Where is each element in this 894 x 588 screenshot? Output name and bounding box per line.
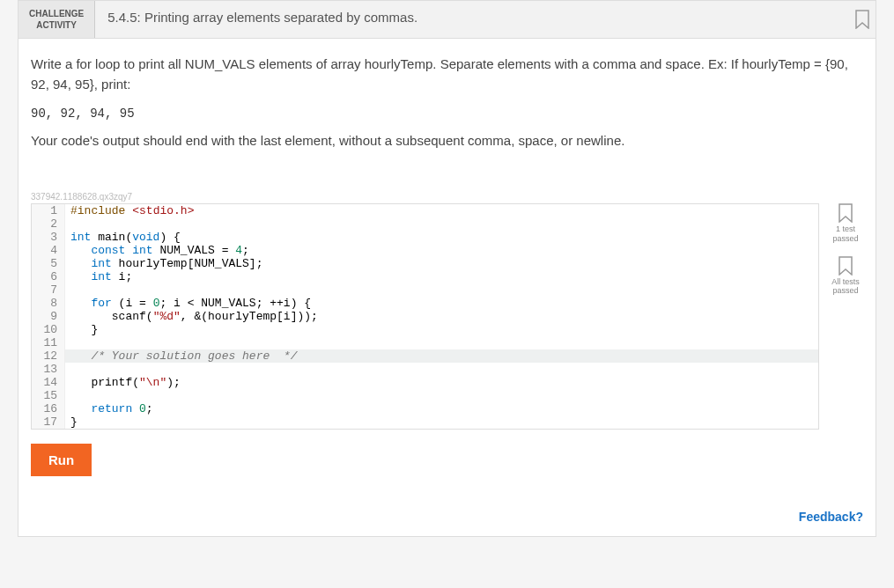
code-line[interactable]: 9 scanf("%d", &(hourlyTemp[i])); bbox=[32, 310, 818, 323]
code-line[interactable]: 2 bbox=[32, 217, 818, 231]
code-line[interactable]: 17} bbox=[32, 415, 818, 429]
line-number: 11 bbox=[32, 336, 65, 349]
code-line[interactable]: 1#include <stdio.h> bbox=[32, 204, 818, 217]
line-number: 5 bbox=[32, 257, 65, 270]
bookmark-icon[interactable] bbox=[849, 1, 876, 38]
code-text[interactable]: } bbox=[65, 323, 818, 336]
card-header: CHALLENGE ACTIVITY 5.4.5: Printing array… bbox=[18, 1, 876, 39]
one-test-passed: 1 test passed bbox=[828, 203, 863, 244]
all-tests-passed: All tests passed bbox=[828, 256, 863, 297]
line-number: 12 bbox=[32, 349, 65, 363]
code-text[interactable] bbox=[65, 217, 818, 231]
code-line[interactable]: 3int main(void) { bbox=[32, 231, 818, 244]
line-number: 3 bbox=[32, 231, 65, 244]
test-status-side: 1 test passed All tests passed bbox=[819, 203, 863, 430]
test1-line2: passed bbox=[828, 234, 863, 244]
prompt-text-2: Your code's output should end with the l… bbox=[31, 133, 863, 148]
code-line[interactable]: 14 printf("\n"); bbox=[32, 376, 818, 389]
code-text[interactable]: const int NUM_VALS = 4; bbox=[65, 244, 818, 257]
line-number: 16 bbox=[32, 402, 65, 415]
run-button[interactable]: Run bbox=[31, 444, 92, 476]
activity-title: 5.4.5: Printing array elements separated… bbox=[95, 1, 849, 38]
code-line[interactable]: 11 bbox=[32, 336, 818, 349]
line-number: 10 bbox=[32, 323, 65, 336]
code-line[interactable]: 7 bbox=[32, 283, 818, 297]
editor-wrap: 1#include <stdio.h>23int main(void) {4 c… bbox=[31, 203, 863, 430]
code-line[interactable]: 5 int hourlyTemp[NUM_VALS]; bbox=[32, 257, 818, 270]
challenge-card: CHALLENGE ACTIVITY 5.4.5: Printing array… bbox=[18, 0, 876, 537]
code-text[interactable]: printf("\n"); bbox=[65, 376, 818, 389]
test1-line1: 1 test bbox=[828, 224, 863, 234]
code-text[interactable]: #include <stdio.h> bbox=[65, 204, 818, 217]
code-text[interactable]: } bbox=[65, 415, 818, 429]
line-number: 17 bbox=[32, 415, 65, 429]
line-number: 7 bbox=[32, 283, 65, 297]
challenge-badge: CHALLENGE ACTIVITY bbox=[18, 1, 95, 38]
test2-line1: All tests bbox=[828, 277, 863, 287]
code-text[interactable]: int i; bbox=[65, 270, 818, 283]
line-number: 8 bbox=[32, 297, 65, 310]
line-number: 4 bbox=[32, 244, 65, 257]
code-text[interactable]: for (i = 0; i < NUM_VALS; ++i) { bbox=[65, 297, 818, 310]
shield-icon bbox=[838, 203, 853, 223]
line-number: 1 bbox=[32, 204, 65, 217]
code-text[interactable]: /* Your solution goes here */ bbox=[65, 349, 818, 363]
code-text[interactable]: scanf("%d", &(hourlyTemp[i])); bbox=[65, 310, 818, 323]
code-text[interactable]: int hourlyTemp[NUM_VALS]; bbox=[65, 257, 818, 270]
card-content: Write a for loop to print all NUM_VALS e… bbox=[18, 39, 876, 492]
feedback-link[interactable]: Feedback? bbox=[18, 492, 876, 536]
code-line[interactable]: 13 bbox=[32, 363, 818, 376]
example-output: 90, 92, 94, 95 bbox=[31, 107, 863, 121]
code-text[interactable]: return 0; bbox=[65, 402, 818, 415]
line-number: 9 bbox=[32, 310, 65, 323]
code-editor[interactable]: 1#include <stdio.h>23int main(void) {4 c… bbox=[31, 203, 819, 430]
line-number: 13 bbox=[32, 363, 65, 376]
code-line[interactable]: 6 int i; bbox=[32, 270, 818, 283]
shield-icon bbox=[838, 256, 853, 276]
code-line[interactable]: 4 const int NUM_VALS = 4; bbox=[32, 244, 818, 257]
code-text[interactable]: int main(void) { bbox=[65, 231, 818, 244]
line-number: 14 bbox=[32, 376, 65, 389]
badge-line2: ACTIVITY bbox=[29, 19, 84, 31]
code-line[interactable]: 8 for (i = 0; i < NUM_VALS; ++i) { bbox=[32, 297, 818, 310]
code-line[interactable]: 16 return 0; bbox=[32, 402, 818, 415]
line-number: 6 bbox=[32, 270, 65, 283]
code-text[interactable] bbox=[65, 336, 818, 349]
line-number: 15 bbox=[32, 389, 65, 402]
code-line[interactable]: 10 } bbox=[32, 323, 818, 336]
code-text[interactable] bbox=[65, 363, 818, 376]
test2-line2: passed bbox=[828, 286, 863, 296]
hash-id: 337942.1188628.qx3zqy7 bbox=[31, 192, 863, 202]
code-text[interactable] bbox=[65, 389, 818, 402]
code-line[interactable]: 15 bbox=[32, 389, 818, 402]
line-number: 2 bbox=[32, 217, 65, 231]
badge-line1: CHALLENGE bbox=[29, 8, 84, 19]
prompt-text: Write a for loop to print all NUM_VALS e… bbox=[31, 55, 863, 94]
code-line[interactable]: 12 /* Your solution goes here */ bbox=[32, 349, 818, 363]
code-text[interactable] bbox=[65, 283, 818, 297]
